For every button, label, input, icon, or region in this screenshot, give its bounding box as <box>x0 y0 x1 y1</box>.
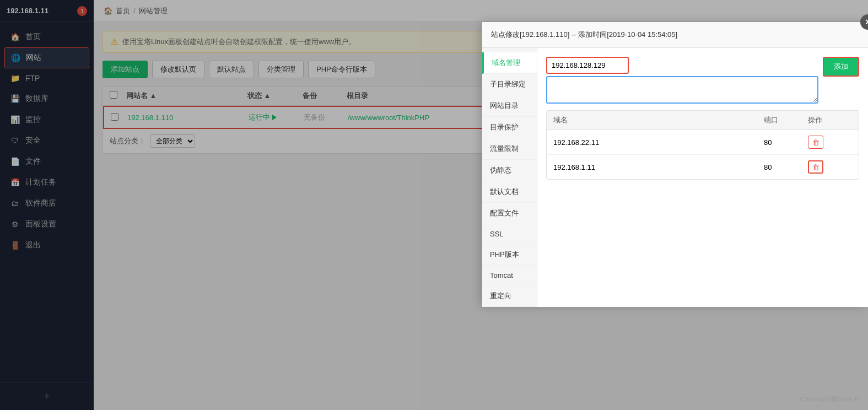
modal-overlay: ✕ 站点修改[192.168.1.110] -- 添加时间[2019-10-04… <box>0 0 868 410</box>
domain-input-field[interactable] <box>546 57 629 74</box>
domain-table-row-1: 192.168.22.11 80 🗑 <box>547 130 859 155</box>
domain-col-header: 域名 <box>553 115 764 125</box>
modal-nav-ssl[interactable]: SSL <box>482 224 537 244</box>
domain-table-row-2: 192.168.1.11 80 🗑 <box>547 155 859 179</box>
modal-nav-php[interactable]: PHP版本 <box>482 244 537 266</box>
domain-textarea[interactable] <box>546 76 818 104</box>
watermark: CSDN @白帽Chen_D <box>800 395 859 403</box>
modal-nav-redirect[interactable]: 重定向 <box>482 285 537 307</box>
add-domain-button[interactable]: 添加 <box>823 57 859 77</box>
modal-nav-sitedir[interactable]: 网站目录 <box>482 95 537 117</box>
port-col-header: 端口 <box>764 115 808 125</box>
modal-nav-traffic[interactable]: 流量限制 <box>482 138 537 160</box>
modal-nav-subdir[interactable]: 子目录绑定 <box>482 74 537 95</box>
modal-nav-config[interactable]: 配置文件 <box>482 203 537 224</box>
domain-value-1: 192.168.22.11 <box>553 138 764 147</box>
modal-nav-defaultdoc[interactable]: 默认文档 <box>482 181 537 203</box>
modal: ✕ 站点修改[192.168.1.110] -- 添加时间[2019-10-04… <box>482 22 868 307</box>
modal-body: 域名管理 子目录绑定 网站目录 目录保护 流量限制 伪静态 默认文档 配置文件 … <box>482 48 868 307</box>
port-value-1: 80 <box>764 138 808 147</box>
modal-domain-content: 添加 域名 端口 操作 192.168.22.11 80 🗑 192.168.1… <box>537 48 868 307</box>
domain-table: 域名 端口 操作 192.168.22.11 80 🗑 192.168.1.11… <box>546 110 859 180</box>
port-value-2: 80 <box>764 163 808 171</box>
modal-nav-tomcat[interactable]: Tomcat <box>482 266 537 285</box>
domain-value-2: 192.168.1.11 <box>553 163 764 171</box>
modal-title: 站点修改[192.168.1.110] -- 添加时间[2019-10-04 1… <box>482 22 868 48</box>
domain-table-header: 域名 端口 操作 <box>547 111 859 130</box>
modal-nav-pseudo[interactable]: 伪静态 <box>482 160 537 181</box>
domain-input-row: 添加 <box>546 57 859 104</box>
modal-nav-domain[interactable]: 域名管理 <box>482 52 537 74</box>
domain-input-wrap <box>546 57 818 104</box>
delete-domain-button-2[interactable]: 🗑 <box>808 160 823 174</box>
action-col-header: 操作 <box>808 115 852 125</box>
modal-nav: 域名管理 子目录绑定 网站目录 目录保护 流量限制 伪静态 默认文档 配置文件 … <box>482 48 537 307</box>
delete-domain-button-1[interactable]: 🗑 <box>808 136 823 149</box>
modal-nav-dirprotect[interactable]: 目录保护 <box>482 117 537 138</box>
